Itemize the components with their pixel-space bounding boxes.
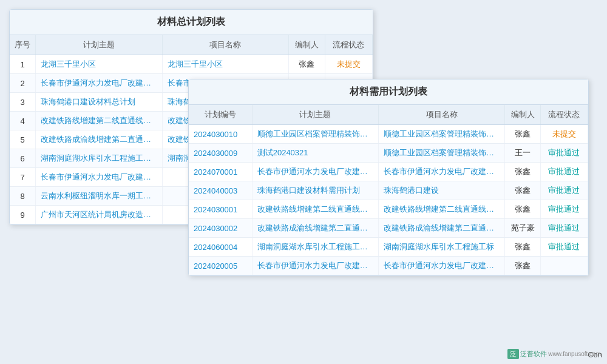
cell-editor2: 张鑫 xyxy=(505,163,540,181)
cell-status2: 未提交 xyxy=(540,125,588,144)
th-status2: 流程状态 xyxy=(540,105,588,125)
cell-code: 2024030002 xyxy=(189,219,252,238)
cell-status2 xyxy=(540,257,588,275)
bottom-label: Con xyxy=(588,350,602,359)
th-editor: 编制人 xyxy=(289,35,325,55)
cell-project2: 顺德工业园区档案管理精装饰工程（... xyxy=(379,125,505,144)
cell-theme: 云南水利枢纽溜明水库一期工程施工标材料... xyxy=(36,187,163,206)
cell-theme: 湖南洞庭湖水库引水工程施工标材料总计划 xyxy=(36,149,163,168)
cell-code: 2024020005 xyxy=(189,257,252,275)
cell-editor: 张鑫 xyxy=(289,55,325,74)
cell-project2: 珠海鹤港口建设 xyxy=(379,181,505,200)
th-seq: 序号 xyxy=(10,35,36,55)
cell-editor2: 王一 xyxy=(505,144,540,163)
th-code: 计划编号 xyxy=(189,105,252,125)
cell-code: 2024070001 xyxy=(189,163,252,181)
th-theme2: 计划主题 xyxy=(252,105,378,125)
table-row[interactable]: 2024030010 顺德工业园区档案管理精装饰工程（... 顺德工业园区档案管… xyxy=(189,125,588,144)
cell-project2: 顺德工业园区档案管理精装饰工程（... xyxy=(379,144,505,163)
cell-code: 2024030009 xyxy=(189,144,252,163)
cell-code: 2024040003 xyxy=(189,181,252,200)
cell-project2: 湖南洞庭湖水库引水工程施工标 xyxy=(379,238,505,257)
cell-theme: 龙湖三千里小区 xyxy=(36,55,163,74)
cell-theme: 广州市天河区统计局机房改造项目材料总计划 xyxy=(36,206,163,224)
demand-plan-title: 材料需用计划列表 xyxy=(189,79,588,105)
cell-theme2: 湖南洞庭湖水库引水工程施工标材... xyxy=(252,238,378,257)
cell-status2: 审批通过 xyxy=(540,219,588,238)
demand-plan-table: 计划编号 计划主题 项目名称 编制人 流程状态 2024030010 顺德工业园… xyxy=(189,105,588,275)
cell-seq: 9 xyxy=(10,206,36,224)
table-row[interactable]: 2024040003 珠海鹤港口建设材料需用计划 珠海鹤港口建设 张鑫 审批通过 xyxy=(189,181,588,200)
th-theme: 计划主题 xyxy=(36,35,163,55)
th-status: 流程状态 xyxy=(325,35,372,55)
cell-seq: 3 xyxy=(10,93,36,112)
table-row[interactable]: 2024030002 改建铁路成渝线增建第二直通线（成... 改建铁路成渝线增建… xyxy=(189,219,588,238)
cell-theme: 改建铁路成渝线增建第二直通线（成渝枢纽... xyxy=(36,130,163,149)
cell-theme: 珠海鹤港口建设材料总计划 xyxy=(36,93,163,112)
cell-project2: 长春市伊通河水力发电厂改建工程 xyxy=(379,257,505,275)
cell-seq: 5 xyxy=(10,130,36,149)
cell-status2: 审批通过 xyxy=(540,238,588,257)
cell-seq: 1 xyxy=(10,55,36,74)
cell-theme2: 测试20240321 xyxy=(252,144,378,163)
cell-code: 2024060004 xyxy=(189,238,252,257)
cell-code: 2024030010 xyxy=(189,125,252,144)
cell-theme2: 顺德工业园区档案管理精装饰工程（... xyxy=(252,125,378,144)
cell-status2: 审批通过 xyxy=(540,163,588,181)
cell-editor2: 张鑫 xyxy=(505,257,540,275)
cell-seq: 6 xyxy=(10,149,36,168)
demand-plan-panel: 材料需用计划列表 计划编号 计划主题 项目名称 编制人 流程状态 2024030… xyxy=(188,79,589,276)
table-row[interactable]: 2024020005 长春市伊通河水力发电厂改建工程材... 长春市伊通河水力发… xyxy=(189,257,588,275)
th-editor2: 编制人 xyxy=(505,105,540,125)
cell-theme2: 改建铁路线增建第二线直通线（成都... xyxy=(252,200,378,219)
total-plan-title: 材料总计划列表 xyxy=(10,10,373,35)
table-row[interactable]: 2024060004 湖南洞庭湖水库引水工程施工标材... 湖南洞庭湖水库引水工… xyxy=(189,238,588,257)
cell-theme: 长春市伊通河水力发电厂改建工程合同材料... xyxy=(36,74,163,93)
watermark-text: 泛普软件 xyxy=(520,349,547,359)
cell-seq: 2 xyxy=(10,74,36,93)
th-project2: 项目名称 xyxy=(379,105,505,125)
cell-status2: 审批通过 xyxy=(540,181,588,200)
cell-theme2: 珠海鹤港口建设材料需用计划 xyxy=(252,181,378,200)
cell-editor2: 苑子豪 xyxy=(505,219,540,238)
cell-theme2: 长春市伊通河水力发电厂改建工程材... xyxy=(252,257,378,275)
cell-status: 未提交 xyxy=(325,55,372,74)
cell-editor2: 张鑫 xyxy=(505,238,540,257)
table-row[interactable]: 2024030009 测试20240321 顺德工业园区档案管理精装饰工程（..… xyxy=(189,144,588,163)
cell-project2: 改建铁路成渝线增建第二直通线（成... xyxy=(379,219,505,238)
cell-seq: 4 xyxy=(10,112,36,130)
cell-editor2: 张鑫 xyxy=(505,181,540,200)
table-row[interactable]: 1 龙湖三千里小区 龙湖三千里小区 张鑫 未提交 xyxy=(10,55,373,74)
watermark-logo: 泛 xyxy=(507,349,519,359)
table-row[interactable]: 2024030001 改建铁路线增建第二线直通线（成都... 改建铁路线增建第二… xyxy=(189,200,588,219)
cell-editor2: 张鑫 xyxy=(505,125,540,144)
cell-status2: 审批通过 xyxy=(540,200,588,219)
table-row[interactable]: 2024070001 长春市伊通河水力发电厂改建工程合... 长春市伊通河水力发… xyxy=(189,163,588,181)
cell-seq: 8 xyxy=(10,187,36,206)
cell-project2: 改建铁路线增建第二线直通线（成都... xyxy=(379,200,505,219)
cell-status2: 审批通过 xyxy=(540,144,588,163)
cell-project2: 长春市伊通河水力发电厂改建工程 xyxy=(379,163,505,181)
cell-code: 2024030001 xyxy=(189,200,252,219)
cell-theme: 改建铁路线增建第二线直通线（成都-西安）... xyxy=(36,112,163,130)
cell-theme2: 改建铁路成渝线增建第二直通线（成... xyxy=(252,219,378,238)
watermark: 泛 泛普软件 www.fanpusoft.com xyxy=(507,349,601,359)
cell-theme: 长春市伊通河水力发电厂改建工程材料总计划 xyxy=(36,168,163,187)
cell-project: 龙湖三千里小区 xyxy=(162,55,289,74)
cell-theme2: 长春市伊通河水力发电厂改建工程合... xyxy=(252,163,378,181)
cell-editor2: 张鑫 xyxy=(505,200,540,219)
cell-seq: 7 xyxy=(10,168,36,187)
th-project: 项目名称 xyxy=(162,35,289,55)
